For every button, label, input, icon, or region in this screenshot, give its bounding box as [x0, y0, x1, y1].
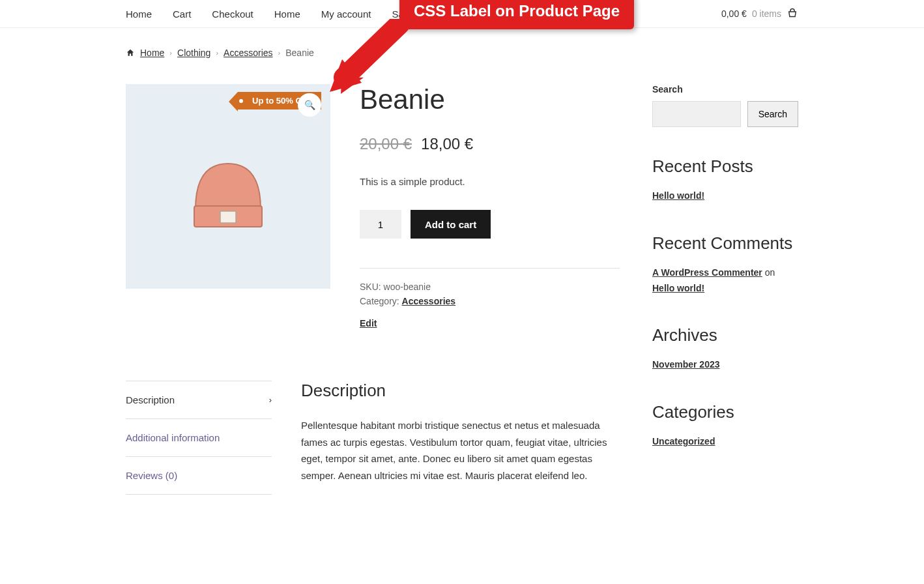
comment-author-link[interactable]: A WordPress Commenter — [652, 267, 762, 278]
category-link[interactable]: Uncategorized — [652, 436, 715, 446]
nav-home[interactable]: Home — [126, 8, 152, 20]
zoom-icon[interactable]: 🔍 — [298, 93, 321, 117]
tab-label: Reviews (0) — [126, 470, 177, 481]
price: 20,00 € 18,00 € — [360, 135, 620, 153]
breadcrumb-home[interactable]: Home — [140, 48, 164, 58]
breadcrumb-accessories[interactable]: Accessories — [224, 48, 272, 58]
breadcrumb-clothing[interactable]: Clothing — [177, 48, 210, 58]
search-label: Search — [652, 84, 798, 95]
breadcrumb-current: Beanie — [285, 48, 314, 58]
annotation-label: CSS Label on Product Page — [399, 0, 634, 29]
breadcrumb-sep: › — [278, 49, 281, 57]
on-text: on — [762, 267, 775, 278]
search-widget: Search Search — [652, 84, 798, 127]
search-input[interactable] — [652, 101, 741, 127]
annotation-arrow-icon — [328, 19, 412, 97]
sku-label: SKU: — [360, 282, 384, 292]
archives-widget: Archives November 2023 — [652, 325, 798, 373]
widget-title: Categories — [652, 402, 798, 422]
product-meta: SKU: woo-beanie Category: Accessories Ed… — [360, 268, 620, 328]
header-cart[interactable]: 0,00 € 0 items — [721, 8, 798, 20]
tab-content: Description Pellentesque habitant morbi … — [301, 381, 620, 495]
description-body: Pellentesque habitant morbi tristique se… — [301, 417, 620, 484]
tab-label: Description — [126, 394, 175, 405]
quantity-input[interactable] — [360, 210, 401, 239]
search-button[interactable]: Search — [747, 101, 798, 127]
category-link[interactable]: Accessories — [402, 296, 456, 306]
nav-my-account[interactable]: My account — [321, 8, 371, 20]
tab-reviews[interactable]: Reviews (0) — [126, 456, 272, 495]
widget-title: Archives — [652, 325, 798, 345]
edit-link[interactable]: Edit — [360, 318, 377, 328]
current-price: 18,00 € — [421, 135, 473, 153]
recent-post-link[interactable]: Hello world! — [652, 190, 704, 201]
tabs-nav: Description › Additional information Rev… — [126, 381, 272, 495]
svg-rect-3 — [220, 211, 236, 223]
nav-home-2[interactable]: Home — [274, 8, 300, 20]
recent-comments-widget: Recent Comments A WordPress Commenter on… — [652, 233, 798, 297]
category-label: Category: — [360, 296, 402, 306]
add-to-cart-button[interactable]: Add to cart — [411, 210, 491, 239]
basket-icon — [787, 8, 798, 20]
chevron-right-icon: › — [269, 395, 272, 405]
description-heading: Description — [301, 381, 620, 401]
product-image[interactable]: CSS Label on Product Page Up to 50% OFF … — [126, 84, 330, 289]
old-price: 20,00 € — [360, 135, 412, 153]
widget-title: Recent Posts — [652, 156, 798, 177]
comment-post-link[interactable]: Hello world! — [652, 283, 704, 293]
tab-label: Additional information — [126, 432, 220, 443]
breadcrumb-sep: › — [216, 49, 218, 57]
recent-posts-widget: Recent Posts Hello world! — [652, 156, 798, 204]
cart-total: 0,00 € — [721, 8, 747, 19]
sku-value: woo-beanie — [384, 282, 431, 292]
tab-additional-info[interactable]: Additional information — [126, 418, 272, 456]
categories-widget: Categories Uncategorized — [652, 402, 798, 450]
widget-title: Recent Comments — [652, 233, 798, 254]
sidebar: Search Search Recent Posts Hello world! … — [652, 84, 798, 495]
breadcrumb-sep: › — [169, 49, 172, 57]
short-description: This is a simple product. — [360, 176, 620, 187]
tab-description[interactable]: Description › — [126, 381, 272, 418]
archive-link[interactable]: November 2023 — [652, 359, 720, 370]
breadcrumb: Home › Clothing › Accessories › Beanie — [126, 48, 798, 58]
home-icon — [126, 48, 135, 57]
nav-checkout[interactable]: Checkout — [212, 8, 253, 20]
annotation-overlay: CSS Label on Product Page — [399, 0, 634, 29]
cart-count: 0 items — [752, 8, 781, 19]
beanie-illustration — [176, 134, 280, 239]
nav-cart[interactable]: Cart — [173, 8, 191, 20]
